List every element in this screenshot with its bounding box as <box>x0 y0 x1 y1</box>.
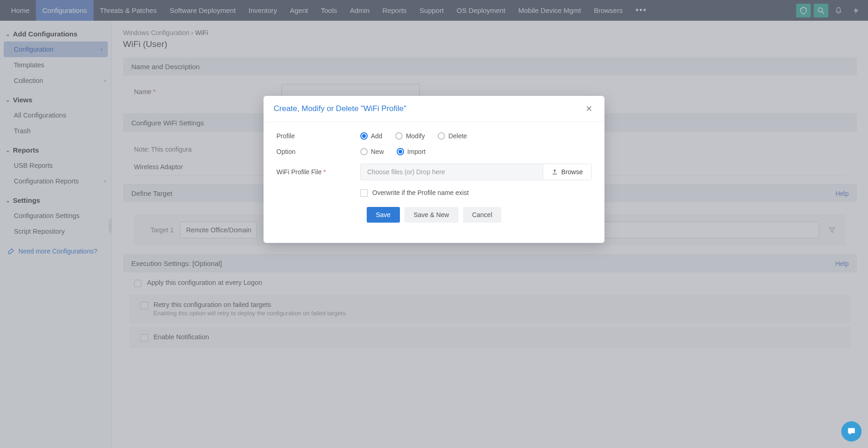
close-icon[interactable]: ✕ <box>583 103 594 114</box>
profile-label: Profile <box>276 132 360 140</box>
radio-label: Add <box>371 132 382 140</box>
browse-label: Browse <box>561 168 583 176</box>
browse-button[interactable]: Browse <box>543 164 592 180</box>
radio-label: Delete <box>448 132 467 140</box>
modal-overlay: Create, Modify or Delete "WiFi Profile" … <box>0 0 868 448</box>
checkbox-overwrite[interactable] <box>360 189 368 197</box>
cancel-button[interactable]: Cancel <box>463 207 502 223</box>
radio-profile-delete[interactable]: Delete <box>438 132 467 140</box>
wifi-profile-modal: Create, Modify or Delete "WiFi Profile" … <box>264 96 604 243</box>
overwrite-label: Overwrite if the Profile name exist <box>372 189 469 196</box>
save-button[interactable]: Save <box>367 207 400 223</box>
upload-icon <box>551 169 558 175</box>
radio-profile-modify[interactable]: Modify <box>395 132 425 140</box>
option-label: Option <box>276 148 360 155</box>
chat-fab[interactable] <box>841 421 862 442</box>
radio-option-import[interactable]: Import <box>397 148 426 155</box>
radio-label: New <box>371 148 384 155</box>
radio-profile-add[interactable]: Add <box>360 132 382 140</box>
chat-icon <box>846 426 856 436</box>
file-label: WiFi Profile File * <box>276 168 360 176</box>
modal-title: Create, Modify or Delete "WiFi Profile" <box>274 104 406 113</box>
radio-label: Import <box>407 148 426 155</box>
file-drop-zone[interactable]: Choose files (or) Drop here <box>360 164 543 180</box>
radio-label: Modify <box>406 132 425 140</box>
radio-option-new[interactable]: New <box>360 148 384 155</box>
save-new-button[interactable]: Save & New <box>405 207 458 223</box>
